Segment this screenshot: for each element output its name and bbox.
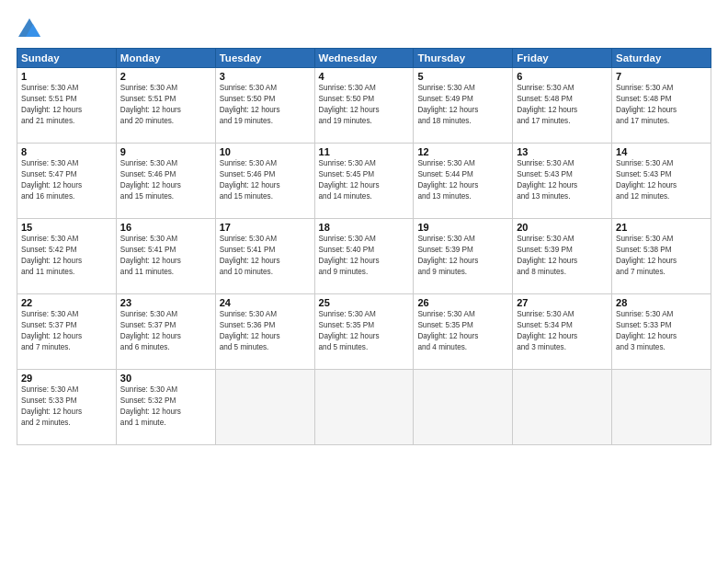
day-info: Sunrise: 5:30 AM Sunset: 5:46 PM Dayligh…: [220, 158, 311, 202]
day-number: 28: [616, 297, 707, 308]
day-number: 19: [417, 222, 508, 233]
day-number: 18: [319, 222, 410, 233]
day-number: 27: [517, 297, 608, 308]
day-info: Sunrise: 5:30 AM Sunset: 5:40 PM Dayligh…: [319, 234, 410, 278]
calendar-body: 1Sunrise: 5:30 AM Sunset: 5:51 PM Daylig…: [17, 68, 711, 445]
calendar-cell: [414, 370, 513, 445]
page: SundayMondayTuesdayWednesdayThursdayFrid…: [0, 0, 728, 563]
calendar-cell: 16Sunrise: 5:30 AM Sunset: 5:41 PM Dayli…: [116, 219, 215, 294]
day-number: 1: [21, 71, 112, 82]
calendar-header-row: SundayMondayTuesdayWednesdayThursdayFrid…: [17, 49, 711, 68]
calendar-cell: [612, 370, 711, 445]
calendar-cell: 11Sunrise: 5:30 AM Sunset: 5:45 PM Dayli…: [314, 144, 414, 219]
day-info: Sunrise: 5:30 AM Sunset: 5:48 PM Dayligh…: [517, 83, 608, 127]
calendar-week-2: 15Sunrise: 5:30 AM Sunset: 5:42 PM Dayli…: [17, 219, 711, 294]
calendar-cell: 3Sunrise: 5:30 AM Sunset: 5:50 PM Daylig…: [215, 68, 314, 144]
calendar-cell: 28Sunrise: 5:30 AM Sunset: 5:33 PM Dayli…: [612, 294, 711, 370]
day-info: Sunrise: 5:30 AM Sunset: 5:45 PM Dayligh…: [319, 158, 410, 202]
calendar-cell: 21Sunrise: 5:30 AM Sunset: 5:38 PM Dayli…: [612, 219, 711, 294]
calendar-week-1: 8Sunrise: 5:30 AM Sunset: 5:47 PM Daylig…: [17, 144, 711, 219]
calendar-cell: 10Sunrise: 5:30 AM Sunset: 5:46 PM Dayli…: [215, 144, 314, 219]
day-info: Sunrise: 5:30 AM Sunset: 5:43 PM Dayligh…: [616, 158, 707, 202]
calendar-cell: 8Sunrise: 5:30 AM Sunset: 5:47 PM Daylig…: [17, 144, 117, 219]
logo-icon: [17, 17, 42, 42]
day-number: 21: [616, 222, 707, 233]
day-number: 26: [417, 297, 508, 308]
day-info: Sunrise: 5:30 AM Sunset: 5:39 PM Dayligh…: [517, 234, 608, 278]
day-number: 14: [616, 146, 707, 157]
day-number: 24: [220, 297, 311, 308]
day-info: Sunrise: 5:30 AM Sunset: 5:51 PM Dayligh…: [21, 83, 112, 127]
calendar-cell: 23Sunrise: 5:30 AM Sunset: 5:37 PM Dayli…: [116, 294, 215, 370]
day-info: Sunrise: 5:30 AM Sunset: 5:37 PM Dayligh…: [21, 309, 112, 353]
day-info: Sunrise: 5:30 AM Sunset: 5:33 PM Dayligh…: [21, 385, 112, 429]
day-info: Sunrise: 5:30 AM Sunset: 5:47 PM Dayligh…: [21, 158, 112, 202]
day-number: 23: [120, 297, 211, 308]
calendar-header-tuesday: Tuesday: [215, 49, 314, 68]
day-info: Sunrise: 5:30 AM Sunset: 5:35 PM Dayligh…: [319, 309, 410, 353]
calendar-cell: 2Sunrise: 5:30 AM Sunset: 5:51 PM Daylig…: [116, 68, 215, 144]
calendar-header-monday: Monday: [116, 49, 215, 68]
day-info: Sunrise: 5:30 AM Sunset: 5:51 PM Dayligh…: [120, 83, 211, 127]
calendar-cell: 7Sunrise: 5:30 AM Sunset: 5:48 PM Daylig…: [612, 68, 711, 144]
day-info: Sunrise: 5:30 AM Sunset: 5:36 PM Dayligh…: [220, 309, 311, 353]
calendar-cell: 18Sunrise: 5:30 AM Sunset: 5:40 PM Dayli…: [314, 219, 414, 294]
calendar-cell: 29Sunrise: 5:30 AM Sunset: 5:33 PM Dayli…: [17, 370, 117, 445]
day-info: Sunrise: 5:30 AM Sunset: 5:37 PM Dayligh…: [120, 309, 211, 353]
day-number: 12: [417, 146, 508, 157]
calendar-cell: 20Sunrise: 5:30 AM Sunset: 5:39 PM Dayli…: [513, 219, 612, 294]
calendar-week-4: 29Sunrise: 5:30 AM Sunset: 5:33 PM Dayli…: [17, 370, 711, 445]
day-info: Sunrise: 5:30 AM Sunset: 5:33 PM Dayligh…: [616, 309, 707, 353]
day-info: Sunrise: 5:30 AM Sunset: 5:44 PM Dayligh…: [417, 158, 508, 202]
day-number: 7: [616, 71, 707, 82]
day-number: 13: [517, 146, 608, 157]
day-number: 29: [21, 373, 112, 384]
day-info: Sunrise: 5:30 AM Sunset: 5:41 PM Dayligh…: [120, 234, 211, 278]
calendar-cell: [314, 370, 414, 445]
calendar-cell: 19Sunrise: 5:30 AM Sunset: 5:39 PM Dayli…: [414, 219, 513, 294]
day-number: 16: [120, 222, 211, 233]
calendar-cell: 4Sunrise: 5:30 AM Sunset: 5:50 PM Daylig…: [314, 68, 414, 144]
day-info: Sunrise: 5:30 AM Sunset: 5:43 PM Dayligh…: [517, 158, 608, 202]
day-number: 15: [21, 222, 112, 233]
calendar-cell: [513, 370, 612, 445]
day-number: 3: [220, 71, 311, 82]
calendar-cell: 5Sunrise: 5:30 AM Sunset: 5:49 PM Daylig…: [414, 68, 513, 144]
calendar-cell: [215, 370, 314, 445]
calendar-cell: 25Sunrise: 5:30 AM Sunset: 5:35 PM Dayli…: [314, 294, 414, 370]
logo: [17, 17, 46, 42]
day-info: Sunrise: 5:30 AM Sunset: 5:50 PM Dayligh…: [319, 83, 410, 127]
day-number: 25: [319, 297, 410, 308]
calendar-week-3: 22Sunrise: 5:30 AM Sunset: 5:37 PM Dayli…: [17, 294, 711, 370]
day-number: 30: [120, 373, 211, 384]
calendar-cell: 22Sunrise: 5:30 AM Sunset: 5:37 PM Dayli…: [17, 294, 117, 370]
calendar-header-thursday: Thursday: [414, 49, 513, 68]
calendar-cell: 27Sunrise: 5:30 AM Sunset: 5:34 PM Dayli…: [513, 294, 612, 370]
day-info: Sunrise: 5:30 AM Sunset: 5:35 PM Dayligh…: [417, 309, 508, 353]
day-number: 9: [120, 146, 211, 157]
calendar-cell: 15Sunrise: 5:30 AM Sunset: 5:42 PM Dayli…: [17, 219, 117, 294]
day-info: Sunrise: 5:30 AM Sunset: 5:49 PM Dayligh…: [417, 83, 508, 127]
day-info: Sunrise: 5:30 AM Sunset: 5:32 PM Dayligh…: [120, 385, 211, 429]
calendar-cell: 6Sunrise: 5:30 AM Sunset: 5:48 PM Daylig…: [513, 68, 612, 144]
calendar-header-friday: Friday: [513, 49, 612, 68]
day-number: 17: [220, 222, 311, 233]
day-info: Sunrise: 5:30 AM Sunset: 5:41 PM Dayligh…: [220, 234, 311, 278]
day-info: Sunrise: 5:30 AM Sunset: 5:34 PM Dayligh…: [517, 309, 608, 353]
calendar-header-sunday: Sunday: [17, 49, 117, 68]
calendar-cell: 26Sunrise: 5:30 AM Sunset: 5:35 PM Dayli…: [414, 294, 513, 370]
day-number: 4: [319, 71, 410, 82]
day-number: 2: [120, 71, 211, 82]
day-number: 5: [417, 71, 508, 82]
calendar-cell: 13Sunrise: 5:30 AM Sunset: 5:43 PM Dayli…: [513, 144, 612, 219]
calendar-header-saturday: Saturday: [612, 49, 711, 68]
day-info: Sunrise: 5:30 AM Sunset: 5:38 PM Dayligh…: [616, 234, 707, 278]
calendar-cell: 30Sunrise: 5:30 AM Sunset: 5:32 PM Dayli…: [116, 370, 215, 445]
calendar-cell: 14Sunrise: 5:30 AM Sunset: 5:43 PM Dayli…: [612, 144, 711, 219]
calendar-cell: 12Sunrise: 5:30 AM Sunset: 5:44 PM Dayli…: [414, 144, 513, 219]
calendar-cell: 24Sunrise: 5:30 AM Sunset: 5:36 PM Dayli…: [215, 294, 314, 370]
day-info: Sunrise: 5:30 AM Sunset: 5:46 PM Dayligh…: [120, 158, 211, 202]
day-number: 22: [21, 297, 112, 308]
day-number: 6: [517, 71, 608, 82]
day-info: Sunrise: 5:30 AM Sunset: 5:50 PM Dayligh…: [220, 83, 311, 127]
